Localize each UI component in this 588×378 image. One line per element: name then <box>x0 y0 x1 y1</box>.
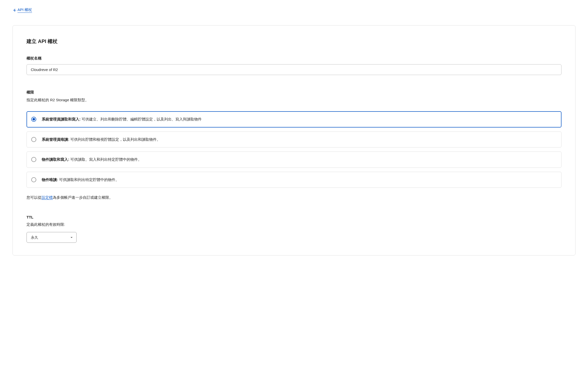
radio-title: 物件唯讀: <box>42 178 58 182</box>
ttl-select-wrapper: 永久 <box>27 232 77 243</box>
radio-option-admin-ro[interactable]: 系統管理員唯讀: 可供列出貯體和檢視貯體設定，以及列出和讀取物件。 <box>27 132 561 148</box>
radio-icon <box>31 177 36 182</box>
permissions-description: 指定此權杖的 R2 Storage 權限類型。 <box>27 98 561 102</box>
ttl-description: 定義此權杖的有效時限: <box>27 222 561 227</box>
radio-option-object-ro[interactable]: 物件唯讀: 可供讀取和列出特定貯體中的物件。 <box>27 172 561 188</box>
radio-label: 物件唯讀: 可供讀取和列出特定貯體中的物件。 <box>42 177 119 183</box>
arrow-left-icon <box>13 8 17 12</box>
page-title: 建立 API 權杖 <box>27 38 561 45</box>
radio-description: 可供建立、列出和刪除貯體、編輯貯體設定，以及列出、寫入與讀取物件 <box>81 117 202 121</box>
radio-description: 可供讀取、寫入和列出特定貯體中的物件。 <box>69 157 142 162</box>
helper-suffix: 為多個帳戶進一步自訂或建立權限。 <box>53 195 113 200</box>
ttl-label: TTL <box>27 215 561 219</box>
form-card: 建立 API 權杖 權杖名稱 權限 指定此權杖的 R2 Storage 權限類型… <box>13 25 575 256</box>
settings-profile-link[interactable]: 設定檔 <box>42 195 53 200</box>
radio-option-admin-rw[interactable]: 系統管理員讀取和寫入: 可供建立、列出和刪除貯體、編輯貯體設定，以及列出、寫入與… <box>27 111 561 128</box>
back-link-label: API 權杖 <box>18 8 32 13</box>
radio-label: 系統管理員讀取和寫入: 可供建立、列出和刪除貯體、編輯貯體設定，以及列出、寫入與… <box>42 116 202 122</box>
ttl-section: TTL 定義此權杖的有效時限: 永久 <box>27 215 561 243</box>
radio-title: 系統管理員唯讀: <box>42 137 69 142</box>
token-name-label: 權杖名稱 <box>27 56 561 61</box>
ttl-select[interactable]: 永久 <box>27 232 77 243</box>
token-name-field: 權杖名稱 <box>27 56 561 90</box>
radio-icon <box>31 117 36 122</box>
radio-label: 物件讀取和寫入: 可供讀取、寫入和列出特定貯體中的物件。 <box>42 157 142 162</box>
permissions-radio-group: 系統管理員讀取和寫入: 可供建立、列出和刪除貯體、編輯貯體設定，以及列出、寫入與… <box>27 111 561 188</box>
back-link[interactable]: API 權杖 <box>13 8 32 13</box>
permissions-title: 權限 <box>27 90 561 95</box>
permissions-helper: 您可以從設定檔為多個帳戶進一步自訂或建立權限。 <box>27 195 561 200</box>
radio-label: 系統管理員唯讀: 可供列出貯體和檢視貯體設定，以及列出和讀取物件。 <box>42 137 160 142</box>
radio-title: 系統管理員讀取和寫入: <box>42 117 81 121</box>
radio-icon <box>31 157 36 162</box>
radio-option-object-rw[interactable]: 物件讀取和寫入: 可供讀取、寫入和列出特定貯體中的物件。 <box>27 152 561 168</box>
permissions-section: 權限 指定此權杖的 R2 Storage 權限類型。 系統管理員讀取和寫入: 可… <box>27 90 561 200</box>
radio-icon <box>31 137 36 142</box>
radio-description: 可供列出貯體和檢視貯體設定，以及列出和讀取物件。 <box>69 137 160 142</box>
token-name-input[interactable] <box>27 64 561 75</box>
radio-title: 物件讀取和寫入: <box>42 157 69 162</box>
helper-prefix: 您可以從 <box>27 195 42 200</box>
radio-description: 可供讀取和列出特定貯體中的物件。 <box>58 178 119 182</box>
